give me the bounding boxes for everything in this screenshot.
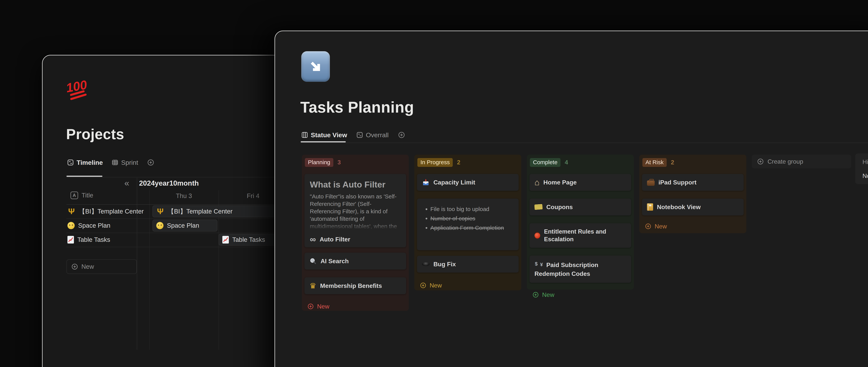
card-title: Membership Benefits xyxy=(320,282,382,289)
tabs-divider xyxy=(66,177,290,177)
plus-circle-icon xyxy=(645,223,652,230)
active-tab-underline xyxy=(301,141,346,142)
moon-face-icon xyxy=(156,222,163,229)
arrow-lower-right-icon xyxy=(301,51,330,82)
card-paid-subscription[interactable]: $¥Paid Subscription Redemption Codes xyxy=(529,256,631,283)
card-preview-heading: What is Auto Filter xyxy=(310,180,401,190)
day-gridline xyxy=(149,190,150,350)
card-title: Paid Subscription Redemption Codes xyxy=(534,261,598,277)
tab-sprint[interactable]: Sprint xyxy=(112,159,138,166)
card-coupons[interactable]: Coupons xyxy=(529,199,631,216)
chart-increasing-icon xyxy=(222,236,229,244)
hidden-group-item: Non xyxy=(863,172,868,179)
table-row[interactable]: Ψ 【BI】Template Center xyxy=(67,205,136,218)
column-count: 3 xyxy=(338,159,341,166)
crown-icon: ♛ xyxy=(309,282,316,289)
tab-statue-view[interactable]: Statue View xyxy=(301,131,347,139)
new-card-button[interactable]: New xyxy=(642,222,744,231)
column-count: 4 xyxy=(565,159,568,166)
card-notebook-view[interactable]: Notebook View xyxy=(642,199,744,216)
hidden-groups-panel[interactable]: Hidd Non xyxy=(855,153,868,184)
new-card-button[interactable]: New xyxy=(529,290,631,299)
bullet-item: File is too big to upload xyxy=(430,204,514,214)
hundred-points-icon: 100 xyxy=(66,79,89,101)
card-home-page[interactable]: ⌂ Home Page xyxy=(529,174,631,191)
new-card-button[interactable]: New xyxy=(417,281,519,290)
chart-increasing-icon xyxy=(67,236,74,244)
status-badge: Complete xyxy=(530,158,560,167)
timeline-bar[interactable]: Ψ 【BI】Template Center xyxy=(152,205,290,217)
hole-icon xyxy=(422,262,430,266)
card-title: Entitlement Rules and Escalation xyxy=(544,228,626,243)
card-ai-search[interactable]: AI Search xyxy=(305,253,406,270)
card-title: Coupons xyxy=(546,203,573,211)
text-property-icon: A xyxy=(70,192,78,199)
add-view-icon[interactable] xyxy=(147,159,155,166)
new-card-button[interactable]: New xyxy=(305,302,406,311)
card-bullet-list[interactable]: File is too big to upload Number of copi… xyxy=(417,199,519,250)
page-title: Tasks Planning xyxy=(300,98,414,116)
timeline-icon xyxy=(356,132,363,138)
column-header[interactable]: Planning 3 xyxy=(305,158,406,167)
infinity-icon: ∞ xyxy=(310,236,316,242)
card-ipad-support[interactable]: iPad Support xyxy=(642,174,744,191)
create-group-button[interactable]: Create group xyxy=(752,154,851,168)
status-badge: At Risk xyxy=(642,158,666,167)
lantern-icon xyxy=(534,232,540,239)
column-count: 2 xyxy=(457,159,460,166)
timeline-icon xyxy=(67,159,74,166)
status-badge: In Progress xyxy=(417,158,453,167)
card-title: iPad Support xyxy=(658,178,696,186)
timeline-bar[interactable]: Space Plan xyxy=(152,220,217,231)
tab-sprint-label: Sprint xyxy=(121,159,138,166)
day-header: Fri 4 xyxy=(244,192,262,200)
projects-window: 100 Projects Timeline xyxy=(42,55,290,367)
card-entitlement-rules[interactable]: Entitlement Rules and Escalation xyxy=(529,223,631,248)
new-row-button[interactable]: New xyxy=(66,259,137,274)
status-badge: Planning xyxy=(305,158,333,167)
table-row[interactable]: Space Plan xyxy=(67,219,136,232)
board-icon xyxy=(301,132,308,138)
tab-overrall[interactable]: Overrall xyxy=(356,131,389,139)
column-header[interactable]: Complete 4 xyxy=(530,158,631,167)
trident-icon: Ψ xyxy=(67,207,75,216)
board-column-planning: Planning 3 What is Auto Filter "Auto Fil… xyxy=(302,154,409,311)
tab-timeline-label: Timeline xyxy=(76,159,103,166)
board-column-at-risk: At Risk 2 iPad Support Notebook View xyxy=(639,154,746,233)
view-tabs: Statue View Overrall xyxy=(301,131,405,139)
tab-overrall-label: Overrall xyxy=(366,131,389,139)
bullet-item: Application Form Completion xyxy=(430,223,514,232)
collapse-sidebar-button[interactable]: « xyxy=(124,178,129,187)
table-icon xyxy=(112,159,118,166)
add-view-icon[interactable] xyxy=(398,131,405,139)
plus-circle-icon xyxy=(420,282,427,289)
plus-circle-icon xyxy=(71,263,78,270)
table-title-header: A Title xyxy=(70,192,93,199)
column-header[interactable]: In Progress 2 xyxy=(417,158,518,167)
tickets-icon xyxy=(534,204,543,210)
desktop-background: 100 Projects Timeline xyxy=(0,0,868,367)
notebook-icon xyxy=(647,203,653,210)
tab-statue-view-label: Statue View xyxy=(311,131,347,139)
card-title: Home Page xyxy=(544,178,577,186)
plus-circle-icon xyxy=(532,291,539,298)
column-header[interactable]: At Risk 2 xyxy=(642,158,743,167)
currency-exchange-icon: $¥ xyxy=(534,260,543,269)
house-icon: ⌂ xyxy=(534,178,539,186)
plus-circle-icon xyxy=(757,158,764,165)
card-capacity-limit[interactable]: Capacity Limit xyxy=(417,174,519,191)
column-count: 2 xyxy=(671,159,674,166)
board-column-complete: Complete 4 ⌂ Home Page Coupons xyxy=(527,154,634,289)
plus-circle-icon xyxy=(307,303,314,310)
card-membership-benefits[interactable]: ♛ Membership Benefits xyxy=(305,277,406,294)
tabs-divider xyxy=(301,143,868,143)
table-row[interactable]: Table Tasks xyxy=(67,233,136,246)
tab-timeline[interactable]: Timeline xyxy=(67,159,103,166)
card-bug-fix[interactable]: Bug Fix xyxy=(417,256,519,273)
card-title: Capacity Limit xyxy=(433,178,475,186)
table-timeline-divider xyxy=(137,178,137,350)
card-auto-filter[interactable]: What is Auto Filter "Auto Filter"is also… xyxy=(305,174,406,247)
row-divider xyxy=(66,247,290,247)
magnifier-icon xyxy=(309,257,317,265)
trident-icon: Ψ xyxy=(156,207,164,216)
